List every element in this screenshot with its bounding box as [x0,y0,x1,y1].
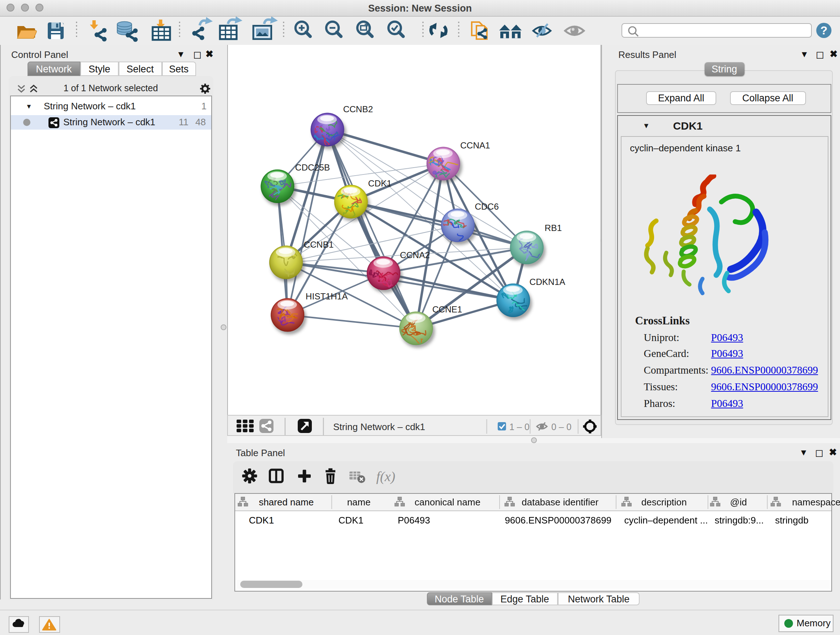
svg-text:CCNA2: CCNA2 [400,250,430,260]
svg-text:?: ? [821,24,828,37]
svg-text:CDC6: CDC6 [475,202,499,211]
svg-text:CDK1: CDK1 [368,179,392,188]
svg-text:f(x): f(x) [377,469,396,485]
svg-text:HIST1H1A: HIST1H1A [306,291,348,301]
svg-text:CCNB1: CCNB1 [304,240,334,249]
svg-text:CCNB2: CCNB2 [343,104,373,114]
svg-text:CDC25B: CDC25B [295,163,330,172]
svg-text:CCNE1: CCNE1 [432,304,462,314]
svg-text:CDKN1A: CDKN1A [530,277,566,287]
svg-text:CCNA1: CCNA1 [460,141,490,150]
svg-text:RB1: RB1 [545,223,562,233]
